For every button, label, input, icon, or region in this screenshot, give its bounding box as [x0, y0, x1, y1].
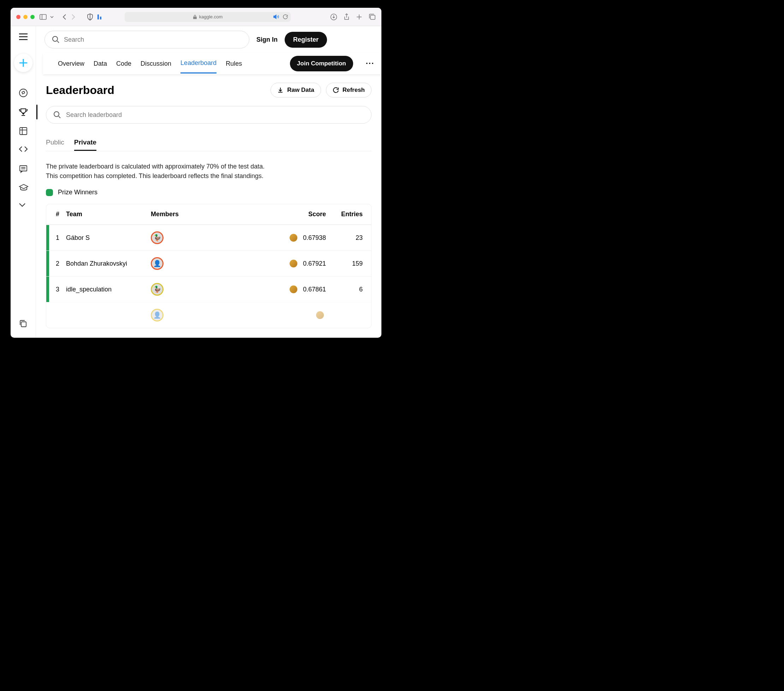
- col-rank: #: [49, 211, 66, 218]
- score-cell: 0.67921: [287, 260, 329, 267]
- svg-point-19: [53, 36, 58, 41]
- plus-icon: [18, 58, 29, 68]
- subtab-private[interactable]: Private: [74, 135, 96, 151]
- svg-line-22: [59, 116, 60, 118]
- refresh-icon: [333, 87, 339, 93]
- leaderboard-search[interactable]: [46, 106, 372, 124]
- nav-datasets-icon[interactable]: [19, 127, 28, 136]
- table-row[interactable]: 👤: [46, 302, 371, 328]
- global-search-input[interactable]: [64, 36, 242, 43]
- join-competition-button[interactable]: Join Competition: [290, 56, 353, 71]
- table-row[interactable]: 3 idle_speculation 🦆 0.67861 6: [46, 276, 371, 302]
- col-entries: Entries: [329, 211, 365, 218]
- rank-cell: 3: [49, 286, 66, 293]
- raw-data-button[interactable]: Raw Data: [270, 82, 321, 97]
- share-icon[interactable]: [344, 13, 350, 20]
- back-icon[interactable]: [62, 14, 67, 20]
- register-button[interactable]: Register: [285, 32, 327, 48]
- main-content: Sign In Register Overview Data Code Disc…: [36, 26, 381, 338]
- nav-more-icon[interactable]: [19, 203, 28, 212]
- search-icon: [52, 36, 60, 43]
- address-bar[interactable]: kaggle.com: [125, 12, 291, 22]
- table-row[interactable]: 1 Gábor S 🦆 0.67938 23: [46, 225, 371, 251]
- members-cell: 🦆: [151, 283, 204, 296]
- svg-rect-5: [371, 15, 375, 20]
- svg-rect-3: [100, 16, 101, 20]
- score-cell: 0.67938: [287, 234, 329, 242]
- extension-icon[interactable]: [97, 14, 102, 20]
- nav-discussions-icon[interactable]: [19, 165, 28, 174]
- tab-leaderboard[interactable]: Leaderboard: [180, 54, 216, 74]
- sidebar-toggle-icon[interactable]: [40, 14, 47, 20]
- gold-medal-icon: [290, 285, 297, 293]
- svg-rect-0: [40, 15, 46, 20]
- more-menu-icon[interactable]: ···: [362, 59, 376, 68]
- prize-marker: [46, 225, 49, 251]
- search-icon: [53, 111, 61, 119]
- downloads-icon[interactable]: [330, 13, 337, 20]
- global-search[interactable]: [44, 31, 249, 48]
- leaderboard-subtabs: Public Private: [46, 135, 372, 151]
- subtab-public[interactable]: Public: [46, 135, 64, 151]
- svg-rect-15: [20, 166, 27, 171]
- team-cell: Bohdan Zhurakovskyi: [66, 260, 151, 267]
- tab-rules[interactable]: Rules: [226, 54, 242, 73]
- tabs-overview-icon[interactable]: [369, 13, 376, 20]
- top-strip: Sign In Register: [36, 26, 381, 53]
- page-header: Leaderboard Raw Data Refresh: [46, 82, 372, 97]
- minimize-window-icon[interactable]: [23, 15, 28, 19]
- members-cell: 🦆: [151, 231, 204, 244]
- page-title: Leaderboard: [46, 84, 265, 97]
- col-members: Members: [151, 211, 204, 218]
- nav-learn-icon[interactable]: [19, 184, 28, 193]
- table-row[interactable]: 2 Bohdan Zhurakovskyi 👤 0.67921 159: [46, 251, 371, 276]
- score-cell: 0.67861: [287, 285, 329, 293]
- new-tab-icon[interactable]: [356, 13, 362, 20]
- rank-cell: 2: [49, 260, 66, 267]
- lock-icon: [193, 15, 197, 20]
- gold-medal-icon: [316, 311, 324, 319]
- forward-icon: [71, 14, 76, 20]
- nav-home-icon[interactable]: [19, 88, 28, 97]
- tab-code[interactable]: Code: [116, 54, 132, 73]
- window-controls[interactable]: [16, 15, 35, 19]
- prize-legend-label: Prize Winners: [58, 189, 97, 196]
- avatar[interactable]: 🦆: [151, 231, 163, 244]
- avatar[interactable]: 👤: [151, 257, 163, 270]
- prize-marker: [46, 251, 49, 276]
- reload-icon[interactable]: [283, 14, 288, 20]
- svg-point-11: [20, 89, 27, 97]
- nav-copy-icon[interactable]: [19, 319, 28, 328]
- tab-discussion[interactable]: Discussion: [140, 54, 171, 73]
- close-window-icon[interactable]: [16, 15, 20, 19]
- tab-data[interactable]: Data: [94, 54, 107, 73]
- sound-icon[interactable]: [273, 15, 279, 19]
- svg-line-20: [57, 41, 59, 43]
- desc-line-2: This competition has completed. This lea…: [46, 172, 264, 180]
- leaderboard-table: # Team Members Score Entries 1 Gábor S 🦆: [46, 204, 372, 328]
- create-button[interactable]: [14, 54, 33, 72]
- col-team: Team: [66, 211, 151, 218]
- score-cell: [287, 311, 329, 319]
- avatar[interactable]: 👤: [151, 309, 163, 322]
- leaderboard-search-input[interactable]: [66, 111, 364, 119]
- entries-cell: 159: [329, 260, 365, 267]
- nav-code-icon[interactable]: [19, 145, 28, 155]
- raw-data-label: Raw Data: [287, 87, 314, 94]
- shield-icon[interactable]: [87, 13, 93, 20]
- prize-marker: [46, 277, 49, 302]
- desc-line-1: The private leaderboard is calculated wi…: [46, 163, 265, 170]
- avatar[interactable]: 🦆: [151, 283, 163, 296]
- refresh-button[interactable]: Refresh: [326, 82, 372, 97]
- menu-icon[interactable]: [19, 33, 28, 40]
- sign-in-link[interactable]: Sign In: [256, 36, 278, 43]
- table-header: # Team Members Score Entries: [46, 204, 371, 225]
- tab-overview[interactable]: Overview: [58, 54, 84, 73]
- gold-medal-icon: [290, 260, 297, 267]
- maximize-window-icon[interactable]: [30, 15, 35, 19]
- chevron-down-icon[interactable]: [50, 15, 54, 19]
- browser-window: kaggle.com: [11, 8, 381, 338]
- rank-cell: 1: [49, 234, 66, 242]
- prize-swatch: [46, 189, 53, 196]
- nav-competitions-icon[interactable]: [19, 107, 28, 117]
